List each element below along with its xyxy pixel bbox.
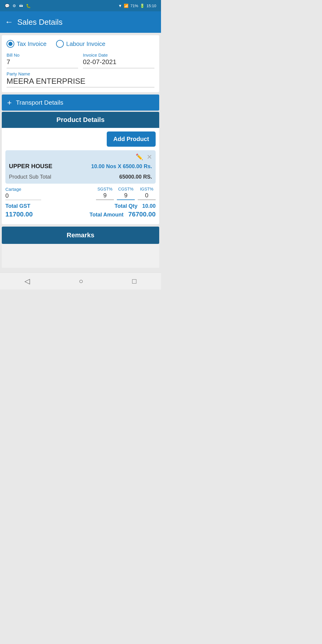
sgst-label: SGST% <box>97 187 113 191</box>
form-card: Tax Invoice Labour Invoice Bill No 7 Inv… <box>2 35 159 92</box>
remarks-section[interactable]: Remarks <box>2 227 159 244</box>
product-actions: ✏️ ✕ <box>9 153 152 161</box>
signal-icon: 📶 <box>124 4 129 8</box>
tax-invoice-option[interactable]: Tax Invoice <box>7 40 47 48</box>
nav-back-button[interactable]: ◁ <box>24 277 30 285</box>
cgst-value[interactable]: 9 <box>117 192 135 200</box>
bill-no-group: Bill No 7 <box>7 52 78 68</box>
product-subtotal-label: Product Sub Total <box>9 174 51 180</box>
tax-invoice-radio[interactable] <box>7 40 14 48</box>
total-gst-value: 11700.00 <box>5 210 33 218</box>
tax-invoice-radio-fill <box>8 42 13 46</box>
tax-invoice-label: Tax Invoice <box>17 41 47 47</box>
battery-percent: 71% <box>130 4 138 8</box>
product-item-card: ✏️ ✕ UPPER HOUSE 10.00 Nos X 6500.00 Rs.… <box>5 150 156 184</box>
transport-details-button[interactable]: + Transport Details <box>2 95 159 111</box>
labour-invoice-label: Labour Invoice <box>66 41 105 47</box>
product-subtotal-row: Product Sub Total 65000.00 RS. <box>9 174 152 180</box>
total-qty-label: Total Qty <box>114 203 137 209</box>
cgst-label: CGST% <box>118 187 133 191</box>
status-right: ▼ 📶 71% 🔋 15:10 <box>118 4 156 8</box>
invoice-date-value[interactable]: 02-07-2021 <box>83 58 154 68</box>
total-qty-value: 10.00 <box>142 203 156 209</box>
igst-group: IGST% 0 <box>138 187 156 200</box>
product-details-body: Add Product ✏️ ✕ UPPER HOUSE 10.00 Nos X… <box>2 128 159 224</box>
status-icons: 💬 ⚙ 🕶 🐛 <box>5 4 31 8</box>
transport-plus-icon: + <box>7 99 12 106</box>
time-display: 15:10 <box>146 4 156 8</box>
usb-icon: ⚙ <box>13 4 16 8</box>
party-name-value[interactable]: MEERA ENTERPRISE <box>7 77 154 87</box>
wifi-icon: ▼ <box>118 4 122 8</box>
status-bar: 💬 ⚙ 🕶 🐛 ▼ 📶 71% 🔋 15:10 <box>0 0 161 11</box>
sgst-value[interactable]: 9 <box>96 192 114 200</box>
bill-no-label: Bill No <box>7 52 78 58</box>
party-name-group: Party Name MEERA ENTERPRISE <box>7 71 154 87</box>
remove-product-icon[interactable]: ✕ <box>147 153 152 161</box>
totals-row-1: Total GST Total Qty 10.00 <box>5 203 156 209</box>
cgst-group: CGST% 9 <box>117 187 135 200</box>
cartage-group: Cartage 0 <box>5 187 93 200</box>
cartage-value[interactable]: 0 <box>5 192 41 200</box>
whatsapp-icon: 💬 <box>5 4 10 8</box>
total-amount-label: Total Amount <box>89 212 123 218</box>
glasses-icon: 🕶 <box>19 4 23 8</box>
product-subtotal-value: 65000.00 RS. <box>119 174 152 180</box>
invoice-type-row: Tax Invoice Labour Invoice <box>7 40 154 48</box>
product-qty-price: 10.00 Nos X 6500.00 Rs. <box>91 163 152 170</box>
cartage-label: Cartage <box>5 187 93 192</box>
product-name: UPPER HOUSE <box>9 163 52 170</box>
bill-no-value[interactable]: 7 <box>7 58 78 68</box>
battery-icon: 🔋 <box>140 4 145 8</box>
totals-section: Total GST Total Qty 10.00 11700.00 Total… <box>5 203 156 218</box>
add-product-button[interactable]: Add Product <box>107 131 156 147</box>
invoice-date-group: Invoice Date 02-07-2021 <box>83 52 154 68</box>
sgst-group: SGST% 9 <box>96 187 114 200</box>
total-amount-value: 76700.00 <box>128 210 156 218</box>
bug-icon: 🐛 <box>26 4 31 8</box>
party-name-label: Party Name <box>7 71 30 76</box>
bottom-content <box>2 244 159 268</box>
totals-row-2: 11700.00 Total Amount 76700.00 <box>5 210 156 218</box>
labour-invoice-option[interactable]: Labour Invoice <box>56 40 105 48</box>
labour-invoice-radio[interactable] <box>56 40 64 48</box>
invoice-date-label: Invoice Date <box>83 52 154 58</box>
product-details-header: Product Details <box>2 112 159 128</box>
tax-fields-row: Cartage 0 SGST% 9 CGST% 9 IGST% 0 <box>5 187 156 200</box>
edit-product-icon[interactable]: ✏️ <box>136 153 143 161</box>
page-title: Sales Details <box>17 18 63 27</box>
transport-details-label: Transport Details <box>16 99 63 106</box>
bill-date-row: Bill No 7 Invoice Date 02-07-2021 <box>7 52 154 68</box>
igst-value[interactable]: 0 <box>138 192 156 200</box>
remarks-label: Remarks <box>67 231 95 239</box>
navigation-bar: ◁ ○ □ <box>0 273 161 290</box>
nav-recent-button[interactable]: □ <box>132 277 137 285</box>
igst-label: IGST% <box>140 187 153 191</box>
back-button[interactable]: ← <box>5 17 13 27</box>
app-header: ← Sales Details <box>0 11 161 33</box>
total-gst-label: Total GST <box>5 203 30 209</box>
add-product-row: Add Product <box>5 131 156 150</box>
nav-home-button[interactable]: ○ <box>79 277 83 285</box>
